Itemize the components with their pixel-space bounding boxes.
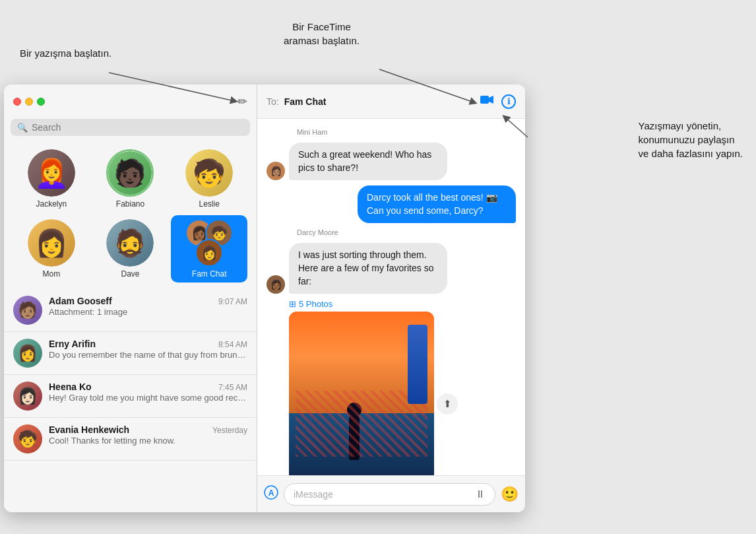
sidebar: ✏ 🔍 👩‍🦰 Jackelyn [4,84,257,512]
avatar-erny: 👩 [13,339,42,368]
pinned-contact-fabiano[interactable]: 🧑🏿 Fabiano [92,145,169,213]
conversation-item-heena[interactable]: 👩🏻 Heena Ko 7:45 AM Hey! Gray told me yo… [4,375,257,418]
message-input-field[interactable]: iMessage ⏸ [284,483,495,506]
traffic-lights [13,98,45,106]
avatar-miniham: 👩🏽 [267,162,285,180]
conv-preview-evania: Cool! Thanks for letting me know. [49,436,247,446]
conv-time-heena: 7:45 AM [218,383,247,392]
conversation-item-erny[interactable]: 👩 Erny Arifin 8:54 AM Do you remember th… [4,332,257,375]
pinned-contact-mom[interactable]: 👩 Mom [13,215,90,283]
avatar-heena: 👩🏻 [13,382,42,411]
share-button[interactable]: ⬆ [437,393,458,415]
app-window: ✏ 🔍 👩‍🦰 Jackelyn [4,84,525,512]
conv-info-adam: Adam Gooseff 9:07 AM Attachment: 1 image [49,296,247,317]
chat-panel: To: Fam Chat ℹ Mini Ham 👩🏽 Such a great … [257,84,525,512]
message-row-miniham: 👩🏽 Such a great weekend! Who has pics to… [267,143,516,180]
pinned-contact-famchat[interactable]: 👩🏾 🧒 👩 Fam Chat [171,215,247,283]
photo-preview[interactable] [289,312,434,475]
avatar-leslie: 🧒 [185,149,233,197]
close-button[interactable] [13,98,21,106]
apps-button[interactable]: A [264,485,278,504]
conv-preview-erny: Do you remember the name of that guy fro… [49,350,247,360]
search-icon: 🔍 [17,123,28,133]
conv-name-heena: Heena Ko [49,382,92,392]
waveform-icon: ⏸ [475,488,486,500]
chat-header: To: Fam Chat ℹ [257,84,525,119]
conv-time-adam: 9:07 AM [218,297,247,306]
conv-info-erny: Erny Arifin 8:54 AM Do you remember the … [49,339,247,360]
photo-attachment[interactable]: ⊞ 5 Photos [289,299,516,475]
message-row-outgoing: Darcy took all the best ones! 📷 Can you … [267,185,516,223]
conv-info-heena: Heena Ko 7:45 AM Hey! Gray told me you m… [49,382,247,403]
avatar-mom: 👩 [28,219,75,267]
pinned-contact-jackelyn[interactable]: 👩‍🦰 Jackelyn [13,145,90,213]
avatar-evania: 🧒 [13,424,42,453]
sender-name-miniham: Mini Ham [267,128,516,136]
info-button[interactable]: ℹ [501,94,516,109]
message-row-darcy: 👩🏾 I was just sorting through them. Here… [267,243,516,294]
avatar-dave: 🧔 [106,219,154,267]
emoji-button[interactable]: 🙂 [501,486,519,503]
conversation-item-adam[interactable]: 🧑🏽 Adam Gooseff 9:07 AM Attachment: 1 im… [4,289,257,332]
avatar-famchat: 👩🏾 🧒 👩 [185,219,233,267]
conv-name-erny: Erny Arifin [49,339,96,349]
bubble-darcy: I was just sorting through them. Here ar… [289,243,447,294]
annotation-compose: Bir yazışma başlatın. [20,46,111,60]
titlebar: ✏ [4,84,257,119]
pinned-name-fabiano: Fabiano [116,199,144,209]
chat-to-label: To: [267,96,279,107]
maximize-button[interactable] [37,98,45,106]
conv-preview-adam: Attachment: 1 image [49,307,247,317]
sender-name-darcy: Darcy Moore [267,228,516,236]
pinned-contact-dave[interactable]: 🧔 Dave [92,215,169,283]
facetime-button[interactable] [478,92,496,111]
pinned-name-jackelyn: Jackelyn [36,199,67,209]
pinned-contact-leslie[interactable]: 🧒 Leslie [171,145,247,213]
conv-name-evania: Evania Henkewich [49,424,129,435]
avatar-jackelyn: 👩‍🦰 [28,149,75,197]
svg-rect-3 [480,96,489,104]
pinned-name-famchat: Fam Chat [192,269,227,279]
conv-name-adam: Adam Gooseff [49,296,112,306]
message-input-placeholder: iMessage [294,489,475,500]
pinned-name-leslie: Leslie [199,199,219,209]
conv-time-evania: Yesterday [212,426,247,435]
conv-preview-heena: Hey! Gray told me you might have some go… [49,393,247,403]
conversation-list: 🧑🏽 Adam Gooseff 9:07 AM Attachment: 1 im… [4,289,257,512]
pinned-contacts-grid: 👩‍🦰 Jackelyn 🧑🏿 Fabiano 🧒 [4,141,257,289]
chat-recipient-name: Fam Chat [284,96,472,107]
avatar-adam: 🧑🏽 [13,296,42,325]
minimize-button[interactable] [25,98,33,106]
photos-label: ⊞ 5 Photos [289,299,516,309]
compose-button[interactable]: ✏ [237,94,247,109]
photos-grid-icon: ⊞ [289,299,296,309]
annotation-facetime: Bir FaceTime araması başlatın. [284,20,360,48]
chat-messages: Mini Ham 👩🏽 Such a great weekend! Who ha… [257,119,525,475]
bubble-miniham: Such a great weekend! Who has pics to sh… [289,143,447,180]
svg-text:A: A [268,488,274,498]
conv-info-evania: Evania Henkewich Yesterday Cool! Thanks … [49,424,247,446]
search-input[interactable] [32,122,243,133]
conv-time-erny: 8:54 AM [218,340,247,349]
bubble-outgoing: Darcy took all the best ones! 📷 Can you … [358,185,516,223]
annotation-manage: Yazışmayı yönetin, konumunuzu paylaşın v… [639,119,743,160]
conversation-item-evania[interactable]: 🧒 Evania Henkewich Yesterday Cool! Thank… [4,418,257,461]
chat-input-bar: A iMessage ⏸ 🙂 [257,475,525,512]
svg-marker-4 [489,96,493,104]
avatar-fabiano: 🧑🏿 [106,149,154,197]
avatar-darcy: 👩🏾 [267,275,285,294]
search-bar[interactable]: 🔍 [11,119,250,136]
pinned-name-mom: Mom [42,269,60,279]
pinned-name-dave: Dave [121,269,139,279]
